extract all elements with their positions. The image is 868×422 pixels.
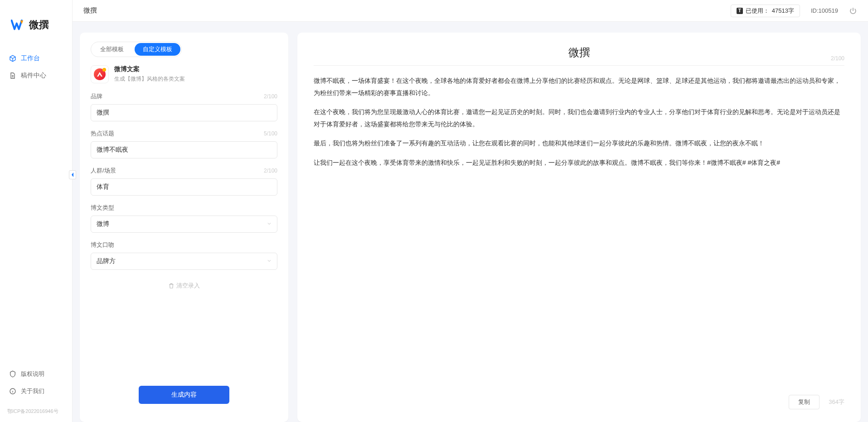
form: 品牌 2/100 热点话题 5/100 <box>91 92 277 413</box>
output-header: 微撰 2/100 <box>314 45 844 66</box>
count-topic: 5/100 <box>264 130 277 137</box>
template-title: 微博文案 <box>114 65 185 73</box>
topbar: 微撰 T 已使用： 47513字 ID:100519 <box>73 0 868 22</box>
weibo-icon <box>91 65 109 83</box>
nav-copyright[interactable]: 版权说明 <box>0 365 72 383</box>
label-ptype: 博文类型 <box>91 204 114 212</box>
input-scene[interactable] <box>91 178 277 196</box>
output-paragraph: 让我们一起在这个夜晚，享受体育带来的激情和快乐，一起见证胜利和失败的时刻，一起分… <box>314 157 844 169</box>
logo-icon <box>11 19 25 31</box>
count-brand: 2/100 <box>264 93 277 100</box>
main: 微撰 T 已使用： 47513字 ID:100519 全部模板 自定义模板 <box>73 0 868 422</box>
tab-all-templates[interactable]: 全部模板 <box>92 43 132 56</box>
count-scene: 2/100 <box>264 168 277 174</box>
label-brand: 品牌 <box>91 92 102 101</box>
output-paragraph: 微博不眠夜，一场体育盛宴！在这个夜晚，全球各地的体育爱好者都会在微博上分享他们的… <box>314 75 844 99</box>
bottom-nav: 版权说明 关于我们 <box>0 365 72 404</box>
label-scene: 人群/场景 <box>91 167 116 175</box>
tabs: 全部模板 自定义模板 <box>91 42 182 57</box>
usage-icon: T <box>737 8 743 14</box>
topbar-right: T 已使用： 47513字 ID:100519 <box>731 5 857 17</box>
input-brand[interactable] <box>91 104 277 121</box>
output-panel: 微撰 2/100 微博不眠夜，一场体育盛宴！在这个夜晚，全球各地的体育爱好者都会… <box>297 33 861 422</box>
logo-text: 微撰 <box>29 18 49 32</box>
usage-badge[interactable]: T 已使用： 47513字 <box>731 5 800 17</box>
icp-footer: 鄂ICP备2022016946号 <box>0 404 72 422</box>
cube-icon <box>9 55 16 62</box>
output-paragraph: 在这个夜晚，我们将为您呈现最激动人心的体育比赛，邀请您一起见证历史的时刻。同时，… <box>314 106 844 130</box>
template-header: 微博文案 生成【微博】风格的各类文案 <box>91 65 277 83</box>
shield-icon <box>9 370 16 378</box>
sidebar-collapse[interactable] <box>69 170 76 179</box>
info-icon <box>9 388 16 395</box>
nav-drafts[interactable]: 稿件中心 <box>0 67 72 84</box>
page-title: 微撰 <box>83 6 97 15</box>
nav-label: 工作台 <box>21 54 40 62</box>
generate-button[interactable]: 生成内容 <box>139 386 229 404</box>
form-panel: 全部模板 自定义模板 微博文案 生成【微博】风格的各类文案 品牌 <box>80 33 288 422</box>
char-count: 364字 <box>829 398 844 406</box>
copy-button[interactable]: 复制 <box>789 395 820 409</box>
nav-label: 关于我们 <box>21 387 44 395</box>
form-group-brand: 品牌 2/100 <box>91 92 277 121</box>
input-topic[interactable] <box>91 141 277 158</box>
form-group-topic: 热点话题 5/100 <box>91 129 277 158</box>
nav-label: 稿件中心 <box>21 72 46 80</box>
select-ptype[interactable]: 微博 <box>91 216 277 233</box>
output-footer: 复制 364字 <box>314 389 844 409</box>
output-body: 微博不眠夜，一场体育盛宴！在这个夜晚，全球各地的体育爱好者都会在微博上分享他们的… <box>314 75 844 389</box>
output-paragraph: 最后，我们也将为粉丝们准备了一系列有趣的互动活动，让您在观看比赛的同时，也能和其… <box>314 137 844 149</box>
label-topic: 热点话题 <box>91 129 114 138</box>
usage-prefix: 已使用： <box>746 7 769 15</box>
template-desc: 生成【微博】风格的各类文案 <box>114 75 185 83</box>
nav: 工作台 稿件中心 <box>0 45 72 365</box>
nav-workbench[interactable]: 工作台 <box>0 50 72 67</box>
trash-icon <box>168 283 175 289</box>
nav-about[interactable]: 关于我们 <box>0 383 72 400</box>
select-tone[interactable]: 品牌方 <box>91 253 277 270</box>
clear-button[interactable]: 清空录入 <box>91 278 277 297</box>
power-icon[interactable] <box>849 7 857 15</box>
logo: 微撰 <box>0 9 72 45</box>
form-group-scene: 人群/场景 2/100 <box>91 167 277 196</box>
content: 全部模板 自定义模板 微博文案 生成【微博】风格的各类文案 品牌 <box>73 22 868 422</box>
user-id: ID:100519 <box>811 7 838 14</box>
form-group-tone: 博文口吻 品牌方 <box>91 241 277 270</box>
usage-value: 47513字 <box>772 7 794 15</box>
nav-label: 版权说明 <box>21 370 44 378</box>
output-page: 2/100 <box>831 55 844 62</box>
output-title: 微撰 <box>568 45 590 60</box>
label-tone: 博文口吻 <box>91 241 114 249</box>
clear-label: 清空录入 <box>176 282 200 290</box>
doc-icon <box>9 72 16 79</box>
form-group-ptype: 博文类型 微博 <box>91 204 277 233</box>
tab-custom-template[interactable]: 自定义模板 <box>135 43 180 56</box>
sidebar: 微撰 工作台 稿件中心 版权说明 <box>0 0 73 422</box>
